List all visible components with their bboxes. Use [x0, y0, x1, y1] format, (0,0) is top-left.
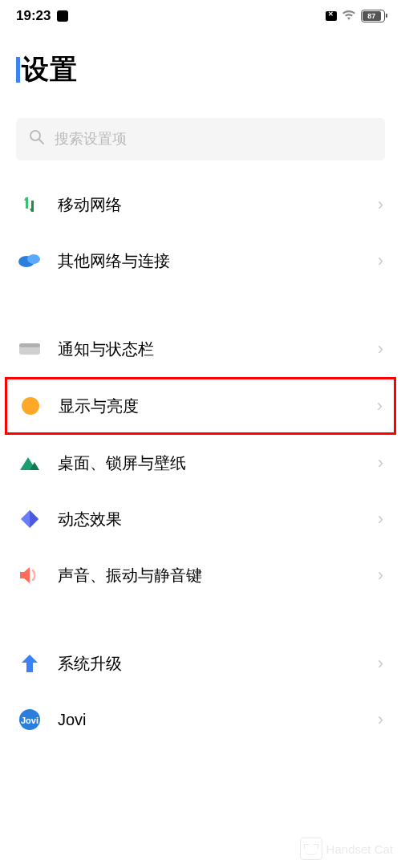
item-label: Jovi	[58, 711, 362, 729]
sim-icon	[326, 11, 337, 21]
search-icon	[29, 129, 45, 149]
wifi-icon	[342, 10, 356, 23]
svg-point-3	[27, 254, 40, 264]
battery-level: 87	[367, 12, 375, 20]
brightness-icon	[18, 394, 43, 418]
settings-item-other-connections[interactable]: 其他网络与连接 ›	[0, 233, 401, 289]
svg-line-1	[39, 140, 43, 144]
svg-point-6	[22, 397, 39, 415]
settings-item-display-brightness[interactable]: 显示与亮度 ›	[5, 377, 396, 435]
status-left: 19:23	[16, 8, 68, 24]
status-bar: 19:23 87	[0, 0, 401, 29]
settings-item-desktop-lock-wallpaper[interactable]: 桌面、锁屏与壁纸 ›	[0, 435, 401, 491]
search-box[interactable]	[16, 118, 385, 160]
settings-list: 移动网络 › 其他网络与连接 › 通知与状态栏 › 显示与亮度 › 桌面、锁屏与…	[0, 168, 401, 748]
settings-item-dynamic-effects[interactable]: 动态效果 ›	[0, 491, 401, 547]
watermark-cat-icon	[300, 838, 322, 860]
status-right: 87	[326, 10, 385, 23]
chevron-right-icon: ›	[378, 509, 383, 529]
dynamic-effects-icon	[18, 507, 42, 531]
settings-item-mobile-network[interactable]: 移动网络 ›	[0, 176, 401, 233]
item-label: 通知与状态栏	[58, 339, 362, 360]
search-input[interactable]	[55, 131, 372, 148]
item-label: 其他网络与连接	[58, 250, 362, 272]
watermark-text: Handset Cat	[326, 842, 393, 856]
settings-item-jovi[interactable]: Jovi Jovi ›	[0, 692, 401, 748]
sound-icon	[18, 563, 42, 587]
battery-icon: 87	[361, 10, 385, 22]
page-title: 设置	[22, 51, 78, 88]
chevron-right-icon: ›	[378, 653, 383, 674]
page-header: 设置	[0, 29, 401, 92]
jovi-icon: Jovi	[18, 708, 42, 732]
item-label: 动态效果	[58, 509, 362, 530]
item-label: 声音、振动与静音键	[58, 565, 362, 586]
mobile-network-icon	[18, 193, 42, 217]
watermark: Handset Cat	[300, 838, 393, 860]
connections-icon	[18, 249, 42, 273]
svg-text:Jovi: Jovi	[21, 716, 38, 725]
chevron-right-icon: ›	[378, 565, 383, 586]
chevron-right-icon: ›	[378, 452, 383, 473]
svg-rect-5	[19, 343, 40, 347]
svg-point-0	[30, 131, 40, 140]
wallpaper-icon	[18, 451, 42, 475]
settings-item-notification-status[interactable]: 通知与状态栏 ›	[0, 321, 401, 377]
settings-item-sound-vibration[interactable]: 声音、振动与静音键 ›	[0, 547, 401, 603]
chevron-right-icon: ›	[378, 250, 383, 271]
item-label: 移动网络	[58, 194, 362, 216]
notification-icon	[57, 10, 68, 22]
item-label: 显示与亮度	[59, 395, 361, 417]
chevron-right-icon: ›	[378, 709, 383, 730]
chevron-right-icon: ›	[378, 339, 383, 359]
settings-item-system-upgrade[interactable]: 系统升级 ›	[0, 635, 401, 692]
chevron-right-icon: ›	[377, 395, 383, 416]
notification-status-icon	[18, 337, 42, 361]
item-label: 系统升级	[58, 653, 362, 675]
chevron-right-icon: ›	[378, 194, 383, 215]
title-accent-bar	[16, 57, 20, 83]
item-label: 桌面、锁屏与壁纸	[58, 452, 362, 474]
system-upgrade-icon	[18, 651, 42, 675]
status-time: 19:23	[16, 8, 51, 24]
